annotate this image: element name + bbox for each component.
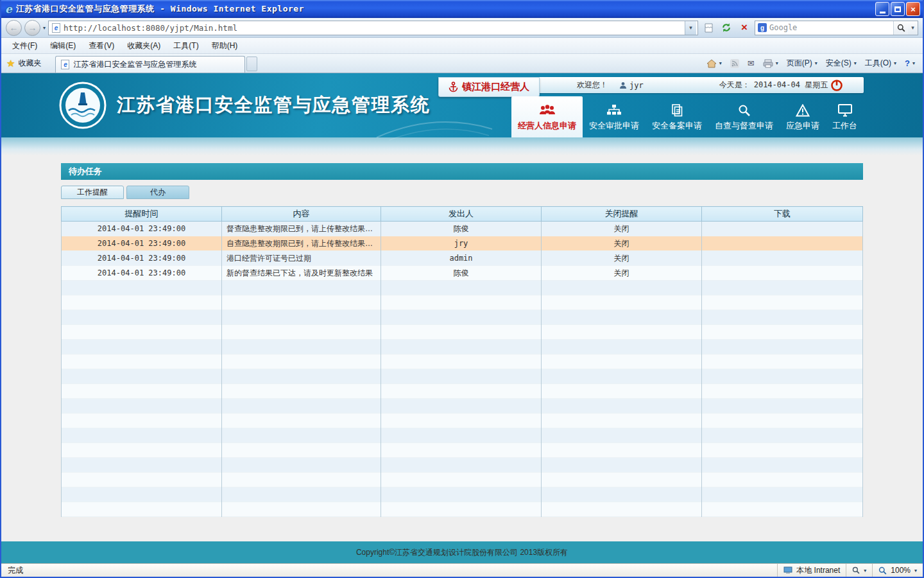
cell-close: [542, 487, 702, 502]
menu-help[interactable]: 帮助(H): [206, 39, 244, 53]
date-label: 今天是：: [719, 80, 750, 91]
nav-inspection[interactable]: 自查与督查申请: [708, 104, 780, 137]
nav-emergency[interactable]: 应急申请: [780, 104, 826, 137]
menu-bar: 文件(F) 编辑(E) 查看(V) 收藏夹(A) 工具(T) 帮助(H): [1, 38, 923, 54]
menu-view[interactable]: 查看(V): [83, 39, 120, 53]
cell-sender: [381, 369, 542, 384]
cell-close[interactable]: 关闭: [542, 236, 702, 251]
table-row-empty: [62, 325, 863, 340]
cell-content: [222, 414, 381, 428]
cell-sender: [381, 340, 542, 355]
address-dropdown[interactable]: ▾: [685, 21, 696, 35]
cell-sender: [381, 487, 542, 502]
cell-remind-time: [62, 428, 222, 443]
cell-download: [702, 236, 863, 251]
cell-download: [702, 325, 863, 340]
cell-close: [542, 355, 702, 369]
nav-label: 经营人信息申请: [518, 120, 576, 132]
zoom-control[interactable]: 100% ▾: [872, 564, 923, 577]
address-field[interactable]: e http://localhost:8080/yjpt/Main.html ▾: [48, 21, 698, 35]
cell-close[interactable]: 关闭: [542, 222, 702, 236]
cell-content: [222, 369, 381, 384]
emergency-icon: [796, 104, 810, 117]
logout-button[interactable]: [830, 79, 843, 92]
cell-content: [222, 473, 381, 487]
user-icon: [619, 82, 627, 89]
tab-favicon: e: [61, 60, 69, 69]
feeds-button[interactable]: [726, 57, 743, 70]
search-box[interactable]: g ▾: [755, 21, 918, 35]
page-menu-button[interactable]: 页面(P) ▾: [783, 56, 821, 71]
favorites-bar: ★ 收藏夹 e 江苏省港口安全监管与应急管理系统 ▾ ✉ ▾ 页面(P: [1, 54, 923, 73]
compatibility-view-button[interactable]: [701, 21, 716, 35]
tab-pending[interactable]: 代办: [126, 186, 189, 199]
panel-tabs: 工作提醒 代办: [61, 186, 863, 199]
cell-content: [222, 458, 381, 473]
close-button[interactable]: ×: [906, 2, 920, 16]
tab-work-reminder[interactable]: 工作提醒: [61, 186, 124, 199]
forward-button[interactable]: →: [24, 20, 40, 36]
favorites-button[interactable]: ★ 收藏夹: [1, 54, 47, 73]
menu-tools[interactable]: 工具(T): [167, 39, 204, 53]
cell-download: [702, 369, 863, 384]
ie-logo-icon: e: [5, 3, 12, 15]
cell-sender: 陈俊: [381, 266, 542, 281]
print-button[interactable]: ▾: [759, 57, 782, 70]
google-icon: g: [758, 23, 767, 32]
table-row-empty: [62, 414, 863, 428]
history-dropdown[interactable]: ▾: [43, 25, 46, 31]
cell-content: 督查隐患整改期限已到，请上传整改结果…: [222, 222, 381, 236]
cell-close[interactable]: 关闭: [542, 251, 702, 266]
cell-sender: [381, 295, 542, 310]
nav-operator-info[interactable]: 经营人信息申请: [511, 96, 583, 137]
stop-button[interactable]: ×: [737, 21, 752, 35]
power-icon: [830, 79, 843, 92]
cell-download: [702, 310, 863, 325]
cell-sender: [381, 428, 542, 443]
header-remind-time: 提醒时间: [62, 207, 222, 222]
table-row-empty: [62, 399, 863, 414]
nav-safety-filing[interactable]: 安全备案申请: [646, 104, 708, 137]
page-dropdown-icon: ▾: [815, 60, 817, 66]
nav-workbench[interactable]: 工作台: [826, 104, 864, 137]
read-mail-button[interactable]: ✉: [744, 57, 758, 70]
minimize-button[interactable]: [875, 2, 889, 16]
safety-menu-button[interactable]: 安全(S) ▾: [822, 56, 860, 71]
cell-sender: 陈俊: [381, 222, 542, 236]
nav-label: 安全审批申请: [589, 120, 639, 132]
zone-label: 本地 Intranet: [796, 565, 840, 576]
cell-remind-time: 2014-04-01 23:49:00: [62, 266, 222, 281]
search-provider-dropdown[interactable]: ▾: [908, 21, 918, 35]
title-bar: e 江苏省港口安全监管与应急管理系统 - Windows Internet Ex…: [1, 0, 923, 18]
search-input[interactable]: [767, 23, 893, 32]
menu-favorites[interactable]: 收藏夹(A): [121, 39, 166, 53]
header-content: 内容: [222, 207, 381, 222]
zoom-page-button[interactable]: ▾: [846, 564, 872, 577]
help-button[interactable]: ? ▾: [901, 57, 919, 70]
main-nav: 经营人信息申请 安全审批申请 安全备案申请: [511, 96, 864, 137]
username: jyr: [629, 81, 644, 90]
table-row-empty: [62, 340, 863, 355]
menu-file[interactable]: 文件(F): [6, 39, 43, 53]
back-button[interactable]: ←: [6, 20, 22, 36]
browser-tab[interactable]: e 江苏省港口安全监管与应急管理系统: [55, 56, 245, 73]
cell-close: [542, 414, 702, 428]
tools-menu-button[interactable]: 工具(O) ▾: [861, 56, 900, 71]
cell-close[interactable]: 关闭: [542, 266, 702, 281]
url-text: http://localhost:8080/yjpt/Main.html: [64, 23, 681, 33]
maximize-button[interactable]: [891, 2, 905, 16]
menu-edit[interactable]: 编辑(E): [44, 39, 81, 53]
zoom-page-icon: [852, 566, 860, 574]
print-dropdown-icon: ▾: [776, 60, 778, 66]
home-button[interactable]: ▾: [703, 57, 726, 70]
workbench-icon: [838, 104, 852, 117]
cell-sender: [381, 384, 542, 399]
cell-sender: [381, 325, 542, 340]
safety-filing-icon: [671, 104, 683, 117]
nav-safety-approval[interactable]: 安全审批申请: [583, 104, 646, 137]
search-button[interactable]: [893, 21, 908, 35]
new-tab-button[interactable]: [246, 57, 257, 71]
cell-download: [702, 414, 863, 428]
cell-close: [542, 310, 702, 325]
refresh-button[interactable]: [719, 21, 734, 35]
